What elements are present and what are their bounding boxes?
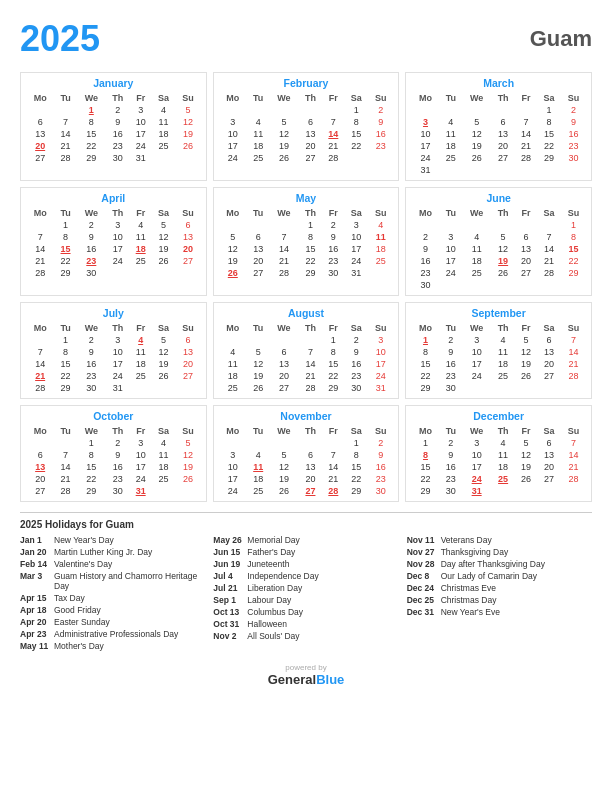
holiday-item: Jun 19Juneteenth: [213, 559, 398, 569]
calendar-day: 23: [561, 140, 586, 152]
calendar-day: [561, 279, 586, 291]
weekday-header: Mo: [411, 322, 439, 334]
calendar-day: 5: [176, 437, 201, 449]
holiday-item: Apr 18Good Friday: [20, 605, 205, 615]
calendar-day: 23: [440, 473, 462, 485]
calendar-day: 24: [344, 255, 368, 267]
calendar-day: 7: [322, 449, 344, 461]
calendar-day: 10: [106, 346, 130, 358]
month-block-january: JanuaryMoTuWeThFrSaSu1234567891011121314…: [20, 72, 207, 181]
calendar-day: 12: [515, 346, 537, 358]
holiday-name: Thanksgiving Day: [441, 547, 509, 557]
calendar-day: 30: [106, 152, 130, 164]
calendar-day: 12: [152, 346, 176, 358]
calendar-day: 23: [77, 255, 106, 267]
weekday-header: Th: [106, 207, 130, 219]
holidays-section: 2025 Holidays for Guam Jan 1New Year's D…: [20, 512, 592, 653]
calendar-day: 16: [411, 255, 439, 267]
calendar-day: [152, 485, 176, 497]
weekday-header: Sa: [152, 92, 176, 104]
calendar-day: [298, 437, 322, 449]
calendar-day: 9: [440, 346, 462, 358]
country-title: Guam: [530, 26, 592, 52]
weekday-header: We: [269, 207, 298, 219]
calendar-day: 25: [247, 485, 269, 497]
calendar-day: [462, 164, 491, 176]
weekday-header: Tu: [54, 322, 76, 334]
calendar-day: 26: [269, 152, 298, 164]
calendar-day: 25: [440, 152, 462, 164]
calendar-day: [515, 164, 537, 176]
calendar-day: 24: [440, 267, 462, 279]
holiday-date: Dec 31: [407, 607, 437, 617]
calendar-day: 5: [269, 116, 298, 128]
calendar-day: 2: [411, 231, 439, 243]
calendar-day: 3: [462, 334, 491, 346]
holiday-name: Juneteenth: [247, 559, 289, 569]
calendar-day: [106, 267, 130, 279]
calendar-day: 26: [152, 255, 176, 267]
weekday-header: Fr: [322, 207, 344, 219]
month-block-june: JuneMoTuWeThFrSaSu1234567891011121314151…: [405, 187, 592, 296]
calendar-day: 15: [322, 358, 344, 370]
month-name: August: [219, 307, 394, 319]
weekday-header: Su: [561, 207, 586, 219]
calendar-day: 22: [344, 140, 368, 152]
calendar-day: [176, 267, 201, 279]
holiday-name: New Year's Eve: [441, 607, 500, 617]
calendar-day: 28: [54, 485, 76, 497]
calendar-day: 2: [561, 104, 586, 116]
calendar-day: 8: [344, 449, 368, 461]
calendar-day: 9: [77, 346, 106, 358]
calendar-day: 2: [368, 437, 393, 449]
footer-brand: GeneralBlue: [20, 672, 592, 687]
calendar-day: 15: [561, 243, 586, 255]
calendar-day: [26, 334, 54, 346]
holiday-column-1: Jan 1New Year's DayJan 20Martin Luther K…: [20, 535, 205, 653]
holiday-date: Jun 19: [213, 559, 243, 569]
weekday-header: Th: [106, 92, 130, 104]
calendar-day: 23: [368, 473, 393, 485]
calendar-day: 10: [368, 346, 393, 358]
weekday-header: Tu: [440, 207, 462, 219]
calendar-day: 17: [219, 140, 247, 152]
calendar-day: 21: [561, 461, 586, 473]
calendar-day: 8: [537, 116, 561, 128]
holiday-name: Christmas Eve: [441, 583, 496, 593]
calendar-day: 28: [54, 152, 76, 164]
calendar-day: 18: [247, 140, 269, 152]
calendar-day: 20: [515, 255, 537, 267]
calendar-day: 29: [298, 267, 322, 279]
month-name: March: [411, 77, 586, 89]
holiday-column-3: Nov 11Veterans DayNov 27Thanksgiving Day…: [407, 535, 592, 653]
calendar-day: 20: [26, 140, 54, 152]
calendar-table: MoTuWeThFrSaSu12345678910111213141516171…: [219, 207, 394, 279]
calendar-day: [491, 219, 515, 231]
holiday-date: Apr 15: [20, 593, 50, 603]
calendar-day: 13: [537, 449, 561, 461]
calendar-day: 18: [491, 358, 515, 370]
calendar-day: 22: [411, 473, 439, 485]
brand-blue: Blue: [316, 672, 344, 687]
weekday-header: Th: [298, 92, 322, 104]
footer: powered by GeneralBlue: [20, 663, 592, 687]
holiday-name: Mother's Day: [54, 641, 104, 651]
calendar-day: [561, 164, 586, 176]
calendar-day: 4: [247, 116, 269, 128]
weekday-header: We: [462, 207, 491, 219]
calendar-day: 14: [26, 243, 54, 255]
brand-general: General: [268, 672, 316, 687]
calendar-day: [176, 382, 201, 394]
calendar-day: 24: [462, 370, 491, 382]
calendar-day: 15: [344, 128, 368, 140]
weekday-header: Sa: [344, 425, 368, 437]
calendar-day: 24: [219, 152, 247, 164]
calendar-day: 13: [537, 346, 561, 358]
calendar-day: 17: [130, 128, 152, 140]
calendar-day: [561, 382, 586, 394]
calendar-day: [515, 382, 537, 394]
weekday-header: We: [462, 322, 491, 334]
calendar-day: 26: [515, 473, 537, 485]
calendar-day: 2: [77, 334, 106, 346]
calendar-day: 5: [515, 437, 537, 449]
